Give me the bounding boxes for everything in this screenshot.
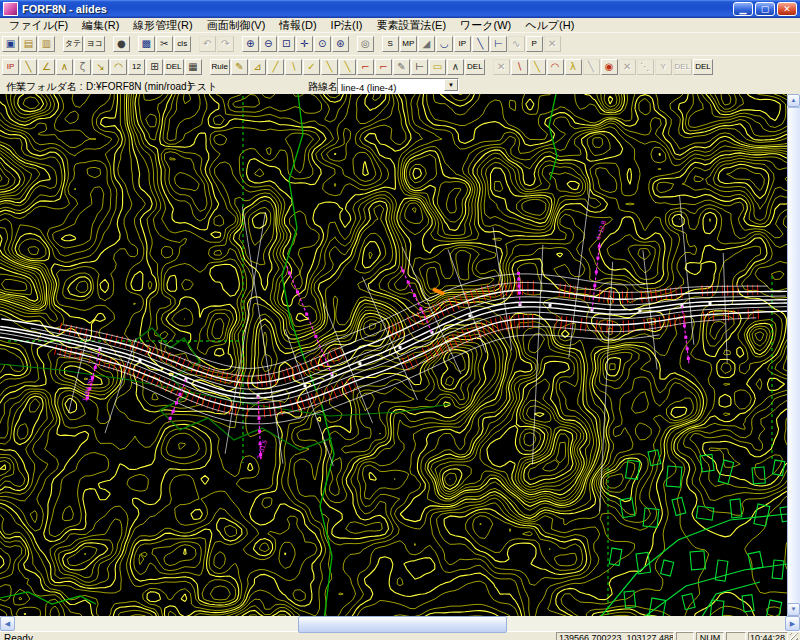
y-gray-button[interactable]: Y — [655, 59, 672, 75]
status-ready-text: Ready — [2, 633, 554, 640]
box-icon: ▭ — [433, 62, 442, 72]
line-down-button[interactable]: ∖ — [285, 59, 302, 75]
ip-tool-button[interactable]: IP — [454, 36, 471, 52]
maximize-button[interactable]: ▢ — [755, 2, 775, 16]
peak-2-button[interactable]: ∧ — [447, 59, 464, 75]
scroll-left-button[interactable]: ◀ — [0, 616, 15, 631]
horizontal-scroll-thumb[interactable] — [298, 616, 507, 633]
lambda-button[interactable]: λ — [565, 59, 582, 75]
line-gray-button[interactable]: ╲ — [583, 59, 600, 75]
arc-tool-button[interactable]: ◡ — [436, 36, 453, 52]
spline-tool-button[interactable]: ∿ — [508, 36, 525, 52]
pan-icon: ✛ — [300, 39, 308, 49]
resize-grip[interactable] — [790, 633, 798, 640]
vertical-scrollbar[interactable]: ▲ ▼ — [787, 94, 800, 616]
check-button[interactable]: ✓ — [303, 59, 320, 75]
dot-line-button[interactable]: ∖ — [511, 59, 528, 75]
mp-tool-button[interactable]: MP — [400, 36, 417, 52]
s-tool-button[interactable]: S — [382, 36, 399, 52]
zoom-window-button[interactable]: ⊡ — [278, 36, 295, 52]
import-folder-button[interactable]: ▥ — [38, 36, 55, 52]
tate-view-button[interactable]: タテ — [63, 36, 83, 52]
segment-input-button[interactable]: ↘ — [92, 59, 109, 75]
yoko-view-button[interactable]: ヨコ — [84, 36, 104, 52]
set-square-button[interactable]: ⊿ — [249, 59, 266, 75]
scroll-right-button[interactable]: ▶ — [785, 616, 800, 631]
del-row-button[interactable]: DEL — [164, 59, 184, 75]
line-up-button[interactable]: ╱ — [267, 59, 284, 75]
menu-info[interactable]: 情報(D) — [272, 18, 323, 33]
pan-button[interactable]: ✛ — [296, 36, 313, 52]
rule-button[interactable]: Rule — [210, 59, 230, 75]
t-bar-button[interactable]: ⊢ — [411, 59, 428, 75]
menu-work[interactable]: ワーク(W) — [453, 18, 518, 33]
zoom-extents-button[interactable]: ⊛ — [332, 36, 349, 52]
hook-input-button[interactable]: ζ — [74, 59, 91, 75]
x-2-button[interactable]: ✕ — [619, 59, 636, 75]
menu-view[interactable]: 画面制御(V) — [200, 18, 273, 33]
arc-red-button[interactable]: ◠ — [547, 59, 564, 75]
scroll-down-button[interactable]: ▼ — [787, 603, 800, 616]
map-canvas[interactable]: 1+84.2942+31.54+12.8 — [0, 94, 787, 616]
ip-input-button[interactable]: IP — [2, 59, 19, 75]
menu-file[interactable]: ファイル(F) — [2, 18, 75, 33]
erase-tool-icon: ✕ — [548, 39, 556, 49]
work-folder-label: 作業フォルダ名 : — [6, 80, 83, 94]
del-4-button[interactable]: DEL — [693, 59, 713, 75]
line-yr-button[interactable]: ╲ — [529, 59, 546, 75]
pen-button[interactable]: ✎ — [231, 59, 248, 75]
grid-table-button[interactable]: ⊞ — [146, 59, 163, 75]
line-down-2-button[interactable]: ╲ — [321, 59, 338, 75]
width-tool-button[interactable]: ⊢ — [490, 36, 507, 52]
redo-button[interactable]: ↷ — [217, 36, 234, 52]
x-1-button[interactable]: ✕ — [493, 59, 510, 75]
close-button[interactable]: ✕ — [777, 2, 797, 16]
line-yr-icon: ╲ — [534, 62, 540, 72]
line-down-3-button[interactable]: ╲ — [339, 59, 356, 75]
zoom-in-button[interactable]: ⊕ — [242, 36, 259, 52]
measure-circle-button[interactable]: ◎ — [357, 36, 374, 52]
pen-2-button[interactable]: ✎ — [393, 59, 410, 75]
work-folder-close-paren: ) — [188, 80, 191, 91]
diag-button[interactable]: ⋱ — [637, 59, 654, 75]
pen-icon: ✎ — [235, 62, 243, 72]
vertical-scroll-thumb[interactable] — [787, 107, 800, 605]
p-tool-button[interactable]: P — [526, 36, 543, 52]
copy-button[interactable]: ▩ — [138, 36, 155, 52]
zoom-prev-button[interactable]: ⊙ — [314, 36, 331, 52]
combobox-dropdown-button[interactable]: ▼ — [444, 79, 458, 91]
angle-input-button[interactable]: ∠ — [38, 59, 55, 75]
line-input-button[interactable]: ╲ — [20, 59, 37, 75]
scroll-up-button[interactable]: ▲ — [787, 94, 800, 107]
menu-edit[interactable]: 編集(R) — [75, 18, 126, 33]
erase-tool-button[interactable]: ✕ — [544, 36, 561, 52]
circle-dot-button[interactable]: ◉ — [601, 59, 618, 75]
minimize-button[interactable]: ▁ — [733, 2, 753, 16]
line-tool-button[interactable]: ╲ — [472, 36, 489, 52]
toolbar-separator — [350, 36, 357, 52]
horizontal-scrollbar[interactable]: ◀ ▶ — [0, 616, 800, 631]
del-2-button[interactable]: DEL — [465, 59, 485, 75]
menu-element[interactable]: 要素設置法(E) — [369, 18, 453, 33]
menu-help[interactable]: ヘルプ(H) — [518, 18, 581, 33]
sphere-button[interactable]: ● — [113, 36, 130, 52]
menu-ip[interactable]: IP法(I) — [324, 18, 370, 33]
info-bar: 作業フォルダ名 : D:¥FORF8N (min/roadテスト ) 路線名 l… — [0, 77, 800, 94]
num-12-button[interactable]: 12 — [128, 59, 145, 75]
arc-input-button[interactable]: ◠ — [110, 59, 127, 75]
cut-button[interactable]: ✂ — [156, 36, 173, 52]
open-folder-button[interactable]: ▤ — [20, 36, 37, 52]
menu-alignment[interactable]: 線形管理(R) — [126, 18, 199, 33]
box-button[interactable]: ▭ — [429, 59, 446, 75]
cls-button[interactable]: cls — [174, 36, 191, 52]
slope-tool-button[interactable]: ◢ — [418, 36, 435, 52]
peak-input-button[interactable]: ∧ — [56, 59, 73, 75]
corner-1-button[interactable]: ⌐ — [357, 59, 374, 75]
del-3-button[interactable]: DEL — [673, 59, 693, 75]
undo-button[interactable]: ↶ — [199, 36, 216, 52]
route-name-combobox[interactable]: line-4 (line-4) ▼ — [337, 78, 459, 94]
sheet-button[interactable]: ▦ — [185, 59, 202, 75]
corner-2-button[interactable]: ⌐ — [375, 59, 392, 75]
save-button[interactable]: ▣ — [2, 36, 19, 52]
zoom-out-button[interactable]: ⊖ — [260, 36, 277, 52]
